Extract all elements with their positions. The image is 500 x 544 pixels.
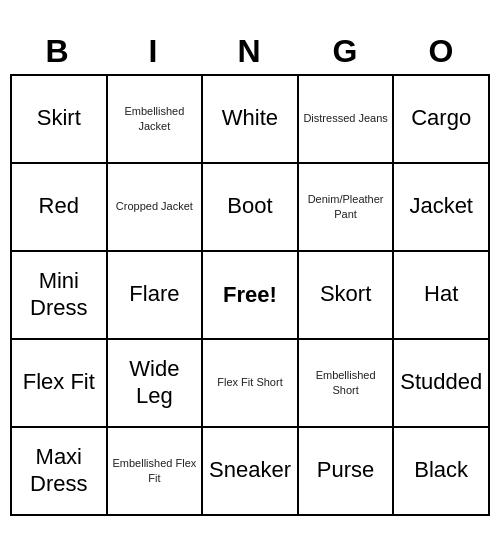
bingo-cell: Free! (203, 252, 299, 340)
cell-text: Red (39, 193, 79, 219)
cell-text: Boot (227, 193, 272, 219)
bingo-cell: Hat (394, 252, 490, 340)
cell-text: Embellished Jacket (112, 104, 198, 133)
cell-text: Jacket (409, 193, 473, 219)
bingo-cell: Skort (299, 252, 395, 340)
bingo-cell: Maxi Dress (12, 428, 108, 516)
cell-text: Wide Leg (112, 356, 198, 409)
bingo-cell: Studded (394, 340, 490, 428)
bingo-cell: Flex Fit Short (203, 340, 299, 428)
bingo-grid: SkirtEmbellished JacketWhiteDistressed J… (10, 74, 490, 516)
cell-text: Cargo (411, 105, 471, 131)
bingo-cell: Red (12, 164, 108, 252)
bingo-cell: Flex Fit (12, 340, 108, 428)
cell-text: Studded (400, 369, 482, 395)
bingo-cell: Purse (299, 428, 395, 516)
cell-text: Cropped Jacket (116, 199, 193, 213)
bingo-card: BINGO SkirtEmbellished JacketWhiteDistre… (10, 29, 490, 516)
bingo-cell: Skirt (12, 76, 108, 164)
cell-text: Purse (317, 457, 374, 483)
cell-text: White (222, 105, 278, 131)
header-letter: I (106, 29, 202, 74)
header-letter: B (10, 29, 106, 74)
cell-text: Skirt (37, 105, 81, 131)
bingo-cell: Sneaker (203, 428, 299, 516)
cell-text: Maxi Dress (16, 444, 102, 497)
bingo-cell: Wide Leg (108, 340, 204, 428)
bingo-cell: Embellished Jacket (108, 76, 204, 164)
bingo-cell: Cropped Jacket (108, 164, 204, 252)
bingo-cell: Distressed Jeans (299, 76, 395, 164)
cell-text: Distressed Jeans (303, 111, 387, 125)
header-letter: G (298, 29, 394, 74)
cell-text: Embellished Flex Fit (112, 456, 198, 485)
bingo-cell: Mini Dress (12, 252, 108, 340)
cell-text: Hat (424, 281, 458, 307)
cell-text: Sneaker (209, 457, 291, 483)
cell-text: Skort (320, 281, 371, 307)
bingo-cell: Flare (108, 252, 204, 340)
bingo-header: BINGO (10, 29, 490, 74)
cell-text: Flex Fit Short (217, 375, 282, 389)
bingo-cell: White (203, 76, 299, 164)
bingo-cell: Denim/Pleather Pant (299, 164, 395, 252)
cell-text: Free! (223, 282, 277, 308)
bingo-cell: Embellished Short (299, 340, 395, 428)
header-letter: O (394, 29, 490, 74)
cell-text: Denim/Pleather Pant (303, 192, 389, 221)
bingo-cell: Black (394, 428, 490, 516)
bingo-cell: Jacket (394, 164, 490, 252)
bingo-cell: Boot (203, 164, 299, 252)
cell-text: Flex Fit (23, 369, 95, 395)
cell-text: Flare (129, 281, 179, 307)
cell-text: Mini Dress (16, 268, 102, 321)
bingo-cell: Cargo (394, 76, 490, 164)
bingo-cell: Embellished Flex Fit (108, 428, 204, 516)
cell-text: Black (414, 457, 468, 483)
cell-text: Embellished Short (303, 368, 389, 397)
header-letter: N (202, 29, 298, 74)
